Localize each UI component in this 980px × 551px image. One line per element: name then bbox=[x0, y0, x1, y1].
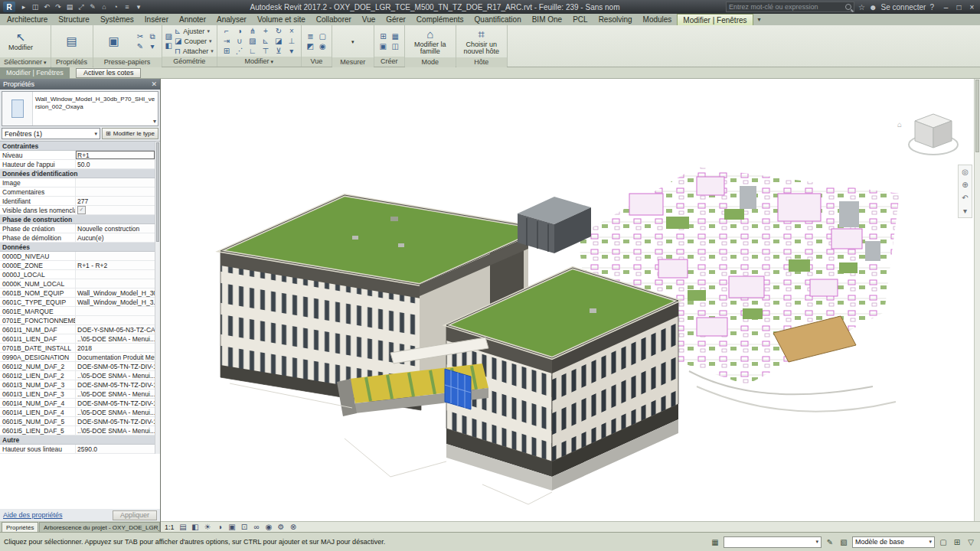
viewcube-home-icon[interactable]: ⌂ bbox=[897, 120, 902, 129]
thin-lines-icon[interactable]: ≡ bbox=[122, 2, 132, 12]
property-row[interactable]: 0701E_FONCTIONNEMENT bbox=[0, 316, 160, 325]
panel-label-view[interactable]: Vue bbox=[302, 57, 332, 67]
tag-icon[interactable]: ✎ bbox=[87, 2, 98, 12]
tab-project-browser[interactable]: Arborescence du projet - OXY_DOE_LGR_TCE… bbox=[39, 522, 160, 532]
ribbon-tab[interactable]: Structure bbox=[53, 14, 95, 25]
property-row[interactable]: 0601I2_NUM_DAF_2 DOE-SNM-05-TN-TZ-DIV-1.… bbox=[0, 362, 160, 371]
create-assembly-icon[interactable]: ▣ bbox=[377, 41, 389, 51]
ribbon-tab[interactable]: Modifier | Fenêtres bbox=[677, 14, 753, 25]
ribbon-tab[interactable]: PCL bbox=[567, 14, 593, 25]
pin-icon[interactable]: ⊥ bbox=[286, 36, 298, 46]
measure-dropdown-icon[interactable]: ▾ bbox=[351, 38, 354, 45]
property-row[interactable]: Données d'identification bbox=[0, 169, 160, 178]
ribbon-tab[interactable]: Vue bbox=[357, 14, 381, 25]
drawing-area[interactable]: ⌂ ◎⊕↶▾ 1:1 ▤◧☀◑▣⊡∞◉⚙⊗ bbox=[161, 79, 980, 532]
ribbon-tab[interactable]: Collaborer bbox=[311, 14, 357, 25]
panel-label-host[interactable]: Hôte bbox=[456, 57, 507, 67]
property-row[interactable]: Données bbox=[0, 243, 160, 252]
shadows-icon[interactable]: ◑ bbox=[215, 523, 225, 531]
modify-button[interactable]: ↖ Modifier bbox=[3, 26, 38, 57]
property-row[interactable]: Phase de construction bbox=[0, 215, 160, 224]
demolish-icon[interactable]: ⊤ bbox=[260, 46, 272, 56]
offset-icon[interactable]: ⇥ bbox=[220, 36, 233, 46]
paint-geometry-icon[interactable]: ▨ bbox=[165, 32, 172, 41]
demolish-geometry-icon[interactable]: ◧ bbox=[165, 41, 172, 50]
hide-elements-icon[interactable]: ▢ bbox=[317, 31, 328, 41]
crop-view-icon[interactable]: ▣ bbox=[227, 523, 237, 531]
apply-button[interactable]: Appliquer bbox=[113, 510, 157, 520]
move-icon[interactable]: + bbox=[260, 26, 272, 36]
ribbon-tab[interactable]: Resolving bbox=[593, 14, 638, 25]
signin-button[interactable]: Se connecter bbox=[881, 3, 926, 11]
panel-label-measure[interactable]: Mesurer bbox=[332, 57, 374, 67]
property-row[interactable]: 0990A_DESIGNATION Documentation Produit … bbox=[0, 353, 160, 362]
property-row[interactable]: 0000D_NIVEAU bbox=[0, 252, 160, 261]
ribbon-tab[interactable]: Modules bbox=[638, 14, 678, 25]
scale-button[interactable]: 1:1 bbox=[165, 523, 175, 531]
ribbon-tab[interactable]: Quantification bbox=[469, 14, 527, 25]
paste-button[interactable]: ▣ bbox=[96, 26, 132, 57]
tab-properties[interactable]: Propriétés bbox=[2, 522, 38, 532]
property-row[interactable]: Hauteur sous linteau 2590.0 bbox=[0, 445, 160, 454]
property-row[interactable]: 0601I5_LIEN_DAF_5 ..\05-DOE SNMA - Menui… bbox=[0, 426, 160, 435]
property-row[interactable]: 0601I4_NUM_DAF_4 DOE-SNM-05-TN-TZ-DIV-1.… bbox=[0, 399, 160, 408]
zoom-window-icon[interactable]: ⊕ bbox=[960, 180, 970, 190]
save-icon[interactable]: ◫ bbox=[30, 2, 41, 12]
property-row[interactable]: 0701B_DATE_INSTALL 2018 bbox=[0, 344, 160, 353]
paint-icon[interactable]: ▨ bbox=[247, 36, 259, 46]
press-drag-icon[interactable]: ⊞ bbox=[952, 538, 962, 546]
create-similar-icon[interactable]: ▦ bbox=[390, 31, 401, 41]
trim-geometry-button[interactable]: ⊾ Ajuster bbox=[175, 26, 214, 36]
measure-button[interactable]: ▾ bbox=[335, 26, 371, 57]
property-row[interactable]: Commentaires bbox=[0, 187, 160, 197]
measure-icon[interactable]: ⤢ bbox=[76, 2, 87, 12]
show-crop-icon[interactable]: ⊡ bbox=[240, 523, 250, 531]
previous-zoom-icon[interactable]: ↶ bbox=[960, 193, 970, 203]
maximize-button[interactable]: □ bbox=[954, 3, 964, 11]
design-options-icon[interactable]: ▧ bbox=[838, 538, 849, 546]
copy-icon[interactable]: ⧉ bbox=[147, 31, 158, 41]
temporary-hide-icon[interactable]: ∞ bbox=[252, 523, 262, 531]
minimize-button[interactable]: – bbox=[941, 3, 951, 11]
align-icon[interactable]: ⌐ bbox=[220, 26, 233, 36]
panel-label-clipboard[interactable]: Presse-papiers bbox=[93, 57, 162, 67]
property-row[interactable]: Identifiant 277 bbox=[0, 197, 160, 206]
panel-label-properties[interactable]: Propriétés bbox=[51, 57, 93, 67]
property-row[interactable]: 0000K_NUM_LOCAL bbox=[0, 279, 160, 289]
application-menu-button[interactable]: R bbox=[3, 2, 15, 12]
ribbon-tab[interactable]: Analyser bbox=[211, 14, 252, 25]
panel-label-geometry[interactable]: Géométrie bbox=[162, 57, 217, 67]
unpin-icon[interactable]: ⊻ bbox=[273, 46, 285, 56]
property-row[interactable]: 0601I4_LIEN_DAF_4 ..\05-DOE SNMA - Menui… bbox=[0, 408, 160, 417]
property-row[interactable]: 0601C_TYPE_EQUIP Wall_Window_Model_H_3..… bbox=[0, 298, 160, 307]
section-icon[interactable]: ◔ bbox=[110, 2, 121, 12]
close-palette-icon[interactable]: ✕ bbox=[151, 80, 157, 88]
search-icon[interactable] bbox=[845, 4, 851, 10]
redo-icon[interactable]: ↷ bbox=[53, 2, 64, 12]
create-group-icon[interactable]: ⊞ bbox=[377, 31, 389, 41]
help-icon[interactable]: ? bbox=[929, 3, 934, 11]
type-selector[interactable]: Wall_Window_Model_H_30db_P70_SHI_version… bbox=[2, 91, 158, 126]
property-row[interactable]: Visible dans les nomenclat... bbox=[0, 206, 160, 215]
reveal-hidden-icon[interactable]: ◉ bbox=[317, 41, 328, 51]
property-row[interactable]: Hauteur de l'appui 50.0 bbox=[0, 160, 160, 169]
property-row[interactable]: Autre bbox=[0, 435, 160, 445]
pick-new-host-button[interactable]: ⌗ Choisir un nouvel hôte bbox=[459, 26, 504, 57]
ribbon-tab[interactable]: Compléments bbox=[411, 14, 469, 25]
ribbon-tab[interactable]: Annoter bbox=[174, 14, 211, 25]
ribbon-tab[interactable]: Gérer bbox=[381, 14, 411, 25]
cope-icon[interactable]: ∟ bbox=[247, 46, 259, 56]
property-row[interactable]: Image bbox=[0, 178, 160, 187]
viewcube-cube[interactable] bbox=[904, 109, 962, 160]
array-icon[interactable]: ⊞ bbox=[220, 46, 233, 56]
more-tools-icon[interactable]: ▾ bbox=[286, 46, 298, 56]
design-option-combo[interactable]: Modèle de base ▾ bbox=[852, 536, 935, 548]
constraints-icon[interactable]: ⊗ bbox=[289, 523, 299, 531]
scale-icon[interactable]: ⋰ bbox=[234, 46, 246, 56]
isolate-icon[interactable]: ◩ bbox=[305, 41, 316, 51]
delete-icon[interactable]: × bbox=[286, 26, 298, 36]
view-scrollbar[interactable] bbox=[974, 79, 980, 521]
print-icon[interactable]: ▤ bbox=[64, 2, 75, 12]
exclude-options-icon[interactable]: ▢ bbox=[938, 538, 949, 546]
worksets-icon[interactable]: ▦ bbox=[710, 538, 720, 546]
